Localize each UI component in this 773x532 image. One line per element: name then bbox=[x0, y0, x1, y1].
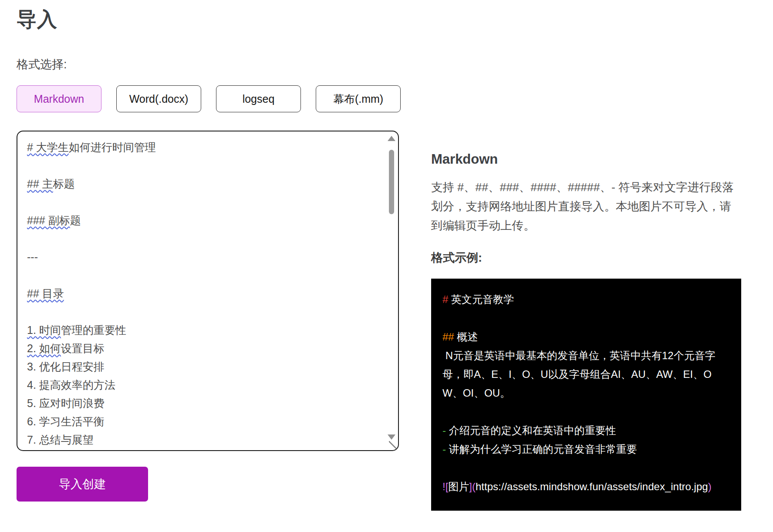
format-button-word-docx[interactable]: Word(.docx) bbox=[116, 85, 201, 112]
editor-line bbox=[27, 303, 380, 321]
format-button-mubu-mm[interactable]: 幕布(.mm) bbox=[316, 85, 401, 112]
code-line: - 介绍元音的定义和在英语中的重要性 bbox=[442, 421, 730, 440]
editor-line: 3. 优化日程安排 bbox=[27, 357, 380, 376]
scrollbar-thumb[interactable] bbox=[389, 150, 394, 214]
editor-line: 5. 应对时间浪费 bbox=[27, 394, 380, 412]
editor-line: 1. 时间管理的重要性 bbox=[27, 321, 380, 339]
editor-line: 7. 总结与展望 bbox=[27, 431, 380, 449]
code-line: # 英文元音教学 bbox=[442, 290, 730, 309]
code-line: ## 概述 bbox=[442, 327, 730, 346]
editor-line bbox=[27, 156, 380, 175]
format-select-label: 格式选择: bbox=[17, 57, 67, 72]
code-line: ![图片](https://assets.mindshow.fun/assets… bbox=[442, 477, 730, 496]
editor-line: 6. 学习生活平衡 bbox=[27, 412, 380, 431]
editor-scrollbar[interactable] bbox=[388, 135, 395, 447]
help-heading: Markdown bbox=[431, 152, 741, 167]
scrollbar-up-arrow-icon[interactable] bbox=[388, 136, 395, 141]
format-button-markdown[interactable]: Markdown bbox=[17, 85, 101, 112]
editor-line: 4. 提高效率的方法 bbox=[27, 376, 380, 394]
markdown-example-code: # 英文元音教学 ## 概述 N元音是英语中最基本的发音单位，英语中共有12个元… bbox=[431, 279, 741, 511]
scrollbar-down-arrow-icon[interactable] bbox=[388, 434, 395, 440]
help-panel: Markdown 支持 #、##、###、####、#####、- 符号来对文字… bbox=[431, 152, 741, 511]
format-button-logseq[interactable]: logseq bbox=[216, 85, 301, 112]
format-button-row: MarkdownWord(.docx)logseq幕布(.mm) bbox=[17, 85, 401, 112]
import-page: 导入 格式选择: MarkdownWord(.docx)logseq幕布(.mm… bbox=[0, 0, 773, 532]
editor-line bbox=[27, 266, 380, 284]
editor-line bbox=[27, 229, 380, 248]
page-title: 导入 bbox=[17, 6, 57, 33]
editor-line: ## 主标题 bbox=[27, 175, 380, 193]
editor-content: # 大学生如何进行时间管理 ## 主标题 ### 副标题 --- ## 目录 1… bbox=[27, 138, 380, 449]
editor-line bbox=[27, 193, 380, 211]
editor-line: ## 目录 bbox=[27, 284, 380, 303]
editor-line: # 大学生如何进行时间管理 bbox=[27, 138, 380, 156]
code-line: - 讲解为什么学习正确的元音发音非常重要 bbox=[442, 440, 730, 458]
markdown-editor[interactable]: # 大学生如何进行时间管理 ## 主标题 ### 副标题 --- ## 目录 1… bbox=[17, 131, 399, 451]
editor-line: --- bbox=[27, 248, 380, 266]
format-example-label: 格式示例: bbox=[431, 250, 741, 266]
editor-line: ### 副标题 bbox=[27, 211, 380, 229]
editor-line: 2. 如何设置目标 bbox=[27, 339, 380, 357]
import-create-button[interactable]: 导入创建 bbox=[17, 467, 148, 502]
code-line bbox=[442, 402, 730, 421]
code-line bbox=[442, 309, 730, 327]
code-line bbox=[442, 458, 730, 477]
resize-handle-icon[interactable] bbox=[389, 441, 397, 449]
code-line: N元音是英语中最基本的发音单位，英语中共有12个元音字母，即A、E、I、O、U以… bbox=[442, 346, 730, 402]
help-description: 支持 #、##、###、####、#####、- 符号来对文字进行段落划分，支持… bbox=[431, 178, 741, 235]
